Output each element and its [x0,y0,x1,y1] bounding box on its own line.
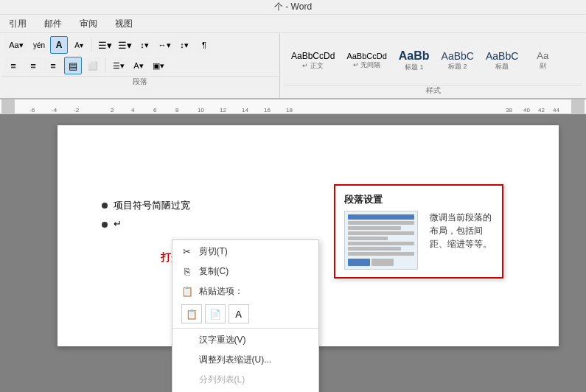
ruler-mark-4p: 4 [131,107,134,113]
show-mark-btn[interactable]: ¶ [195,36,213,54]
style-title-label: 标题 [495,62,509,71]
ctx-split-list: 分列列表(L) [172,370,318,390]
ruler: -6 -4 -2 2 4 6 8 10 12 14 16 18 38 40 42… [0,99,586,114]
ctx-paste-text: 粘贴选项： [199,285,243,298]
main-area: 项目符号简陋过宽 ↵ 打开段落设置的两种方法 ✂ [0,114,586,392]
align-left-btn[interactable]: ≡ [4,57,22,74]
ctx-cut[interactable]: ✂ 剪切(T) [172,242,318,262]
title-bar: 个 - Word [0,0,586,15]
paste-opt-3[interactable]: A [229,304,249,323]
menu-yinyong[interactable]: 引用 [6,16,29,32]
style-normal-preview: AaBbCcDd [291,51,335,61]
styles-section: AaBbCcDd ↵ 正文 AaBbCcDd ↵ 无间隔 AaBb 标题 1 A… [283,36,583,85]
indent-left-btn[interactable]: ☰▾ [110,57,128,74]
styles-group-label: 样式 [426,85,441,96]
ctx-adjust-indent[interactable]: 调整列表缩进(U)... [172,350,318,370]
split-list-icon [181,374,193,386]
style-title-preview: AaBbC [486,50,518,62]
style-nospace-preview: AaBbCcDd [346,52,386,60]
ruler-mark-16p: 16 [264,107,271,113]
align-center-btn[interactable]: ≡ [24,57,42,74]
style-h2[interactable]: AaBbC 标题 2 [436,48,479,74]
style-sub[interactable]: Aa 副 [525,48,560,73]
list-btn2[interactable]: ☰▾ [116,36,133,54]
font-a-btn[interactable]: A [50,36,68,54]
hanzi-icon [181,335,193,346]
ctx-copy[interactable]: ⎘ 复制(C) [172,262,318,281]
font-size-btn[interactable]: Aa▾ [4,36,28,54]
bullet-dot-1 [102,203,108,209]
ruler-mark-44: 44 [553,107,559,113]
ctx-hanzi[interactable]: 汉字重选(V) [172,330,318,350]
border-btn[interactable]: ▣▾ [150,57,167,74]
ruler-mark-14p: 14 [242,107,248,113]
paste-icon-1: 📋 [186,309,198,320]
paste-icon: 📋 [181,286,193,298]
style-h2-preview: AaBbC [442,50,474,62]
adjust-indent-icon [181,354,193,366]
paragraph-group-label: 段落 [133,77,147,87]
ctx-paste-label: 📋 粘贴选项： [172,281,318,301]
ruler-mark-40: 40 [523,107,530,113]
bullet-text-2: ↵ [114,218,122,229]
style-h1-label: 标题 1 [405,63,424,72]
cut-icon: ✂ [181,246,193,258]
tooltip-title: 段落设置 [344,193,493,206]
bullet-dot-2 [102,222,108,228]
paste-icon-3: A [235,309,242,320]
menu-bar: 引用 邮件 审阅 视图 [0,15,586,33]
style-h1[interactable]: AaBb 标题 1 [394,47,435,74]
bullet-text-1: 项目符号简陋过宽 [114,199,190,212]
align-justify-btn[interactable]: ▤ [64,57,82,74]
align-right-btn[interactable]: ≡ [44,57,62,74]
ctx-copy-label: 复制(C) [199,265,229,278]
separator-1 [172,328,318,329]
menu-shitu[interactable]: 视图 [112,16,136,32]
columns-btn[interactable]: ⬜ [84,57,102,74]
style-sub-label: 副 [540,61,546,71]
font-color-btn[interactable]: A▾ [70,36,88,54]
ribbon: Aa▾ yén A A▾ ☰▾ ☰▾ ↕▾ ↔▾ ↕▾ ¶ ≡ ≡ [0,33,586,99]
indent-btn2[interactable]: ↔▾ [156,36,173,54]
style-nospace[interactable]: AaBbCcDd ↵ 无间隔 [341,49,391,72]
shading-btn[interactable]: A▾ [130,57,147,74]
ruler-mark-10p: 10 [198,107,204,113]
ctx-hanzi-label: 汉字重选(V) [199,334,246,346]
style-normal[interactable]: AaBbCcDd ↵ 正文 [286,49,340,73]
ruler-mark-6p: 6 [153,107,156,113]
ctx-split-list-label: 分列列表(L) [199,374,245,386]
tooltip-description: 微调当前段落的布局，包括间距、缩进等等。 [430,211,493,251]
style-title[interactable]: AaBbC 标题 [481,48,523,74]
list-btn1[interactable]: ☰▾ [96,36,114,54]
tooltip-image [344,211,418,270]
style-nospace-label: ↵ 无间隔 [353,60,381,70]
tooltip-popup: 段落设置 [334,184,503,279]
sort-btn[interactable]: ↕▾ [175,36,193,54]
font-yuen-btn[interactable]: yén [30,36,48,54]
paste-options: 📋 📄 A [172,301,318,326]
ruler-mark-18p: 18 [286,107,293,113]
ctx-adjust-indent-label: 调整列表缩进(U)... [199,354,272,366]
menu-shenhe[interactable]: 审阅 [77,16,100,32]
ruler-mark-42: 42 [538,107,545,113]
ruler-mark-2p: 2 [111,107,114,113]
ruler-mark-2: -2 [74,107,79,113]
indent-btn1[interactable]: ↕▾ [136,36,153,54]
doc-container: 项目符号简陋过宽 ↵ 打开段落设置的两种方法 ✂ [0,114,586,392]
title-text: 个 - Word [274,1,312,13]
paste-icon-2: 📄 [209,309,221,320]
paste-opt-2[interactable]: 📄 [205,304,226,323]
menu-youjian[interactable]: 邮件 [41,16,65,32]
ctx-cut-label: 剪切(T) [199,245,228,258]
context-menu: ✂ 剪切(T) ⎘ 复制(C) 📋 粘贴选项： [172,239,319,392]
ruler-mark-6: -6 [29,107,35,113]
style-h1-preview: AaBb [399,49,430,63]
style-sub-preview: Aa [537,50,548,61]
paste-opt-1[interactable]: 📋 [181,304,202,323]
style-h2-label: 标题 2 [448,62,467,71]
copy-icon: ⎘ [181,266,193,278]
app-window: 个 - Word 引用 邮件 审阅 视图 Aa▾ yén A A▾ ☰▾ [0,0,586,392]
style-normal-label: ↵ 正文 [302,61,324,71]
ruler-mark-38: 38 [506,107,512,113]
ruler-mark-8p: 8 [175,107,178,113]
